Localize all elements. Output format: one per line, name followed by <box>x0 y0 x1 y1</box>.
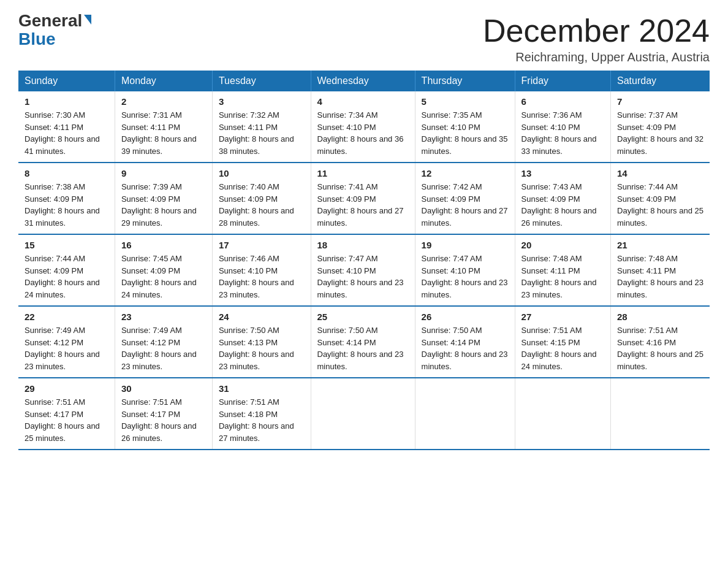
day-cell-12: 12Sunrise: 7:42 AMSunset: 4:09 PMDayligh… <box>415 163 515 234</box>
header-friday: Friday <box>515 71 610 91</box>
day-info: Sunrise: 7:50 AMSunset: 4:13 PMDaylight:… <box>219 324 305 372</box>
day-number: 24 <box>219 312 305 322</box>
day-info: Sunrise: 7:41 AMSunset: 4:09 PMDaylight:… <box>317 181 409 229</box>
day-number: 5 <box>422 96 509 107</box>
day-number: 15 <box>25 240 108 250</box>
day-number: 13 <box>521 168 604 178</box>
month-title: December 2024 <box>483 12 710 49</box>
day-cell-empty <box>311 378 415 450</box>
day-info: Sunrise: 7:46 AMSunset: 4:10 PMDaylight:… <box>219 253 305 301</box>
day-number: 17 <box>219 240 305 250</box>
day-cell-31: 31Sunrise: 7:51 AMSunset: 4:18 PMDayligh… <box>212 378 311 450</box>
header-wednesday: Wednesday <box>311 71 415 91</box>
day-number: 22 <box>25 312 108 322</box>
day-number: 1 <box>25 96 108 107</box>
header-sunday: Sunday <box>18 71 115 91</box>
header-thursday: Thursday <box>415 71 515 91</box>
logo-line1: General <box>18 12 91 29</box>
day-info: Sunrise: 7:44 AMSunset: 4:09 PMDaylight:… <box>617 181 703 229</box>
header-saturday: Saturday <box>611 71 710 91</box>
day-info: Sunrise: 7:37 AMSunset: 4:09 PMDaylight:… <box>617 109 703 157</box>
day-number: 19 <box>422 240 509 250</box>
day-number: 11 <box>317 168 409 178</box>
header-monday: Monday <box>115 71 212 91</box>
day-number: 12 <box>422 168 509 178</box>
location-subtitle: Reichraming, Upper Austria, Austria <box>483 50 710 64</box>
day-info: Sunrise: 7:50 AMSunset: 4:14 PMDaylight:… <box>317 324 409 372</box>
day-number: 14 <box>617 168 703 178</box>
day-cell-16: 16Sunrise: 7:45 AMSunset: 4:09 PMDayligh… <box>115 234 212 306</box>
day-info: Sunrise: 7:32 AMSunset: 4:11 PMDaylight:… <box>219 109 305 157</box>
day-number: 9 <box>121 168 206 178</box>
day-number: 23 <box>121 312 206 322</box>
logo-triangle-icon <box>84 15 91 25</box>
day-cell-27: 27Sunrise: 7:51 AMSunset: 4:15 PMDayligh… <box>515 306 610 378</box>
day-info: Sunrise: 7:51 AMSunset: 4:16 PMDaylight:… <box>617 324 703 372</box>
day-cell-4: 4Sunrise: 7:34 AMSunset: 4:10 PMDaylight… <box>311 91 415 163</box>
week-row-2: 8Sunrise: 7:38 AMSunset: 4:09 PMDaylight… <box>18 163 710 234</box>
day-number: 21 <box>617 240 703 250</box>
header-tuesday: Tuesday <box>212 71 311 91</box>
day-cell-11: 11Sunrise: 7:41 AMSunset: 4:09 PMDayligh… <box>311 163 415 234</box>
day-number: 4 <box>317 96 409 107</box>
day-cell-8: 8Sunrise: 7:38 AMSunset: 4:09 PMDaylight… <box>18 163 115 234</box>
day-info: Sunrise: 7:40 AMSunset: 4:09 PMDaylight:… <box>219 181 305 229</box>
day-number: 30 <box>121 383 206 394</box>
day-cell-21: 21Sunrise: 7:48 AMSunset: 4:11 PMDayligh… <box>611 234 710 306</box>
day-info: Sunrise: 7:47 AMSunset: 4:10 PMDaylight:… <box>317 253 409 301</box>
week-row-5: 29Sunrise: 7:51 AMSunset: 4:17 PMDayligh… <box>18 378 710 450</box>
week-row-4: 22Sunrise: 7:49 AMSunset: 4:12 PMDayligh… <box>18 306 710 378</box>
day-cell-23: 23Sunrise: 7:49 AMSunset: 4:12 PMDayligh… <box>115 306 212 378</box>
day-number: 18 <box>317 240 409 250</box>
day-number: 3 <box>219 96 305 107</box>
day-info: Sunrise: 7:34 AMSunset: 4:10 PMDaylight:… <box>317 109 409 157</box>
day-info: Sunrise: 7:51 AMSunset: 4:18 PMDaylight:… <box>219 396 305 444</box>
day-cell-6: 6Sunrise: 7:36 AMSunset: 4:10 PMDaylight… <box>515 91 610 163</box>
logo: General Blue <box>18 12 91 49</box>
day-cell-22: 22Sunrise: 7:49 AMSunset: 4:12 PMDayligh… <box>18 306 115 378</box>
day-cell-3: 3Sunrise: 7:32 AMSunset: 4:11 PMDaylight… <box>212 91 311 163</box>
day-info: Sunrise: 7:42 AMSunset: 4:09 PMDaylight:… <box>422 181 509 229</box>
day-info: Sunrise: 7:38 AMSunset: 4:09 PMDaylight:… <box>25 181 108 229</box>
day-cell-5: 5Sunrise: 7:35 AMSunset: 4:10 PMDaylight… <box>415 91 515 163</box>
page-header: General Blue December 2024 Reichraming, … <box>18 12 710 64</box>
title-section: December 2024 Reichraming, Upper Austria… <box>483 12 710 64</box>
day-number: 10 <box>219 168 305 178</box>
day-cell-28: 28Sunrise: 7:51 AMSunset: 4:16 PMDayligh… <box>611 306 710 378</box>
day-info: Sunrise: 7:43 AMSunset: 4:09 PMDaylight:… <box>521 181 604 229</box>
day-number: 2 <box>121 96 206 107</box>
day-number: 28 <box>617 312 703 322</box>
day-info: Sunrise: 7:51 AMSunset: 4:17 PMDaylight:… <box>25 396 108 444</box>
day-number: 31 <box>219 383 305 394</box>
day-info: Sunrise: 7:49 AMSunset: 4:12 PMDaylight:… <box>25 324 108 372</box>
day-cell-26: 26Sunrise: 7:50 AMSunset: 4:14 PMDayligh… <box>415 306 515 378</box>
day-cell-20: 20Sunrise: 7:48 AMSunset: 4:11 PMDayligh… <box>515 234 610 306</box>
day-info: Sunrise: 7:45 AMSunset: 4:09 PMDaylight:… <box>121 253 206 301</box>
day-cell-1: 1Sunrise: 7:30 AMSunset: 4:11 PMDaylight… <box>18 91 115 163</box>
day-info: Sunrise: 7:35 AMSunset: 4:10 PMDaylight:… <box>422 109 509 157</box>
day-number: 8 <box>25 168 108 178</box>
day-info: Sunrise: 7:48 AMSunset: 4:11 PMDaylight:… <box>521 253 604 301</box>
day-cell-10: 10Sunrise: 7:40 AMSunset: 4:09 PMDayligh… <box>212 163 311 234</box>
day-number: 16 <box>121 240 206 250</box>
day-cell-empty <box>415 378 515 450</box>
calendar-header-row: SundayMondayTuesdayWednesdayThursdayFrid… <box>18 71 710 91</box>
day-info: Sunrise: 7:50 AMSunset: 4:14 PMDaylight:… <box>422 324 509 372</box>
day-info: Sunrise: 7:48 AMSunset: 4:11 PMDaylight:… <box>617 253 703 301</box>
day-info: Sunrise: 7:36 AMSunset: 4:10 PMDaylight:… <box>521 109 604 157</box>
day-cell-25: 25Sunrise: 7:50 AMSunset: 4:14 PMDayligh… <box>311 306 415 378</box>
day-cell-24: 24Sunrise: 7:50 AMSunset: 4:13 PMDayligh… <box>212 306 311 378</box>
day-number: 25 <box>317 312 409 322</box>
day-number: 20 <box>521 240 604 250</box>
day-cell-19: 19Sunrise: 7:47 AMSunset: 4:10 PMDayligh… <box>415 234 515 306</box>
day-cell-13: 13Sunrise: 7:43 AMSunset: 4:09 PMDayligh… <box>515 163 610 234</box>
day-info: Sunrise: 7:44 AMSunset: 4:09 PMDaylight:… <box>25 253 108 301</box>
day-info: Sunrise: 7:49 AMSunset: 4:12 PMDaylight:… <box>121 324 206 372</box>
day-cell-29: 29Sunrise: 7:51 AMSunset: 4:17 PMDayligh… <box>18 378 115 450</box>
day-info: Sunrise: 7:39 AMSunset: 4:09 PMDaylight:… <box>121 181 206 229</box>
day-info: Sunrise: 7:51 AMSunset: 4:17 PMDaylight:… <box>121 396 206 444</box>
day-cell-17: 17Sunrise: 7:46 AMSunset: 4:10 PMDayligh… <box>212 234 311 306</box>
day-cell-15: 15Sunrise: 7:44 AMSunset: 4:09 PMDayligh… <box>18 234 115 306</box>
week-row-3: 15Sunrise: 7:44 AMSunset: 4:09 PMDayligh… <box>18 234 710 306</box>
logo-line2: Blue <box>18 29 56 49</box>
